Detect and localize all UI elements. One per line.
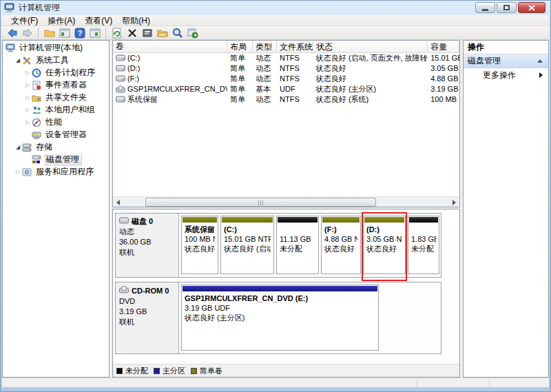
drive-icon: [116, 65, 125, 72]
horizontal-scrollbar[interactable]: [113, 196, 459, 207]
simple-volume-stripe: [364, 217, 404, 223]
tree-item-label: 存储: [35, 141, 54, 154]
disk-size: 3.19 GB: [119, 307, 175, 317]
minimize-button[interactable]: [475, 2, 495, 13]
volume-name: (C:): [127, 53, 140, 63]
toolbar-separator: [105, 28, 106, 38]
performance-icon: [32, 118, 42, 127]
scroll-right-arrow[interactable]: [449, 197, 459, 207]
tree-item-device-manager[interactable]: 设备管理器: [3, 129, 109, 141]
volume-status: 状态良好 (系统): [313, 94, 428, 105]
tree-item-event-viewer[interactable]: 事件查看器: [3, 79, 109, 92]
update-icon[interactable]: [186, 27, 199, 39]
expander-expanded-icon[interactable]: [14, 54, 22, 67]
expander-collapsed-icon[interactable]: [23, 92, 32, 104]
tree-item-storage[interactable]: 存储: [3, 141, 109, 154]
primary-partition-stripe: [183, 286, 377, 291]
tree-item-disk-management[interactable]: 磁盘管理: [3, 154, 109, 166]
column-header-filesystem[interactable]: 文件系统: [277, 41, 313, 52]
cdrom0-row: CD-ROM 0 DVD 3.19 GB 联机 GSP1RMCULXFRER_C…: [115, 282, 441, 354]
disk-size: 36.00 GB: [119, 237, 175, 247]
column-header-status[interactable]: 状态: [313, 41, 428, 52]
partition-c[interactable]: (C:) 15.01 GB NTFS 状态良好 (启动,: [220, 216, 274, 274]
open-folder-icon[interactable]: [156, 27, 169, 39]
volume-capacity: 3.19 GB: [428, 84, 459, 94]
expander-collapsed-icon[interactable]: [23, 79, 32, 92]
disk0-row: 磁盘 0 动态 36.00 GB 联机 系统保留 100 MB NTFS 状态良…: [115, 213, 441, 278]
forward-icon[interactable]: [21, 27, 34, 39]
disk-management-icon: [32, 155, 42, 165]
tree-item-system-tools[interactable]: 系统工具: [3, 54, 109, 67]
partition-name: [411, 225, 436, 234]
column-header-type[interactable]: 类型: [253, 41, 277, 52]
partition-unallocated-2[interactable]: 1.83 GB 未分配: [408, 216, 439, 274]
tree-item-label: 本地用户和组: [45, 104, 97, 116]
partition-status: 未分配: [280, 244, 315, 254]
more-actions-item[interactable]: 更多操作: [464, 68, 548, 82]
partition-unallocated-1[interactable]: 11.13 GB 未分配: [276, 216, 319, 274]
actions-section-disk-management[interactable]: 磁盘管理: [464, 54, 548, 68]
system-tools-icon: [22, 56, 32, 65]
menu-file[interactable]: 文件(F): [6, 15, 43, 26]
search-icon[interactable]: [171, 27, 184, 39]
partition-size: 1.83 GB: [411, 234, 436, 244]
menu-help[interactable]: 帮助(H): [117, 15, 155, 26]
help-icon[interactable]: ?: [73, 27, 86, 39]
disk-status: 联机: [119, 247, 175, 258]
legend-simple-volume: 简单卷: [191, 366, 222, 376]
close-button[interactable]: [518, 2, 545, 13]
scrollbar-thumb[interactable]: [145, 198, 376, 207]
legend-label: 未分配: [125, 366, 148, 376]
volume-row-e-dvd[interactable]: GSP1RMCULXFRER_CN_DVD (E:) 简单 基本 UDF 状态良…: [113, 84, 459, 94]
tree-item-label: 磁盘管理: [45, 154, 82, 166]
tree-item-label: 设备管理器: [45, 129, 89, 141]
menu-view[interactable]: 查看(V): [80, 15, 117, 26]
collapse-arrow-icon[interactable]: [537, 59, 543, 63]
expander-expanded-icon[interactable]: [14, 141, 22, 154]
expander-collapsed-icon[interactable]: [23, 116, 32, 129]
partition-e-dvd[interactable]: GSP1RMCULXFRER_CN_DVD (E:) 3.19 GB UDF 状…: [181, 285, 379, 351]
primary-partition-swatch: [154, 368, 160, 374]
volume-row-c[interactable]: (C:) 简单 动态 NTFS 状态良好 (启动, 页面文件, 故障转储) 15…: [113, 53, 459, 63]
console-window-icon[interactable]: [58, 27, 71, 39]
column-header-volume[interactable]: 卷: [113, 41, 227, 52]
volume-row-d[interactable]: (D:) 简单 动态 NTFS 状态良好 3.05 GB: [113, 63, 459, 74]
properties-icon[interactable]: [141, 27, 154, 39]
column-header-capacity[interactable]: 容量: [428, 41, 459, 52]
submenu-arrow-icon: [539, 72, 543, 78]
volume-name: (D:): [127, 63, 140, 74]
tree-item-services-and-applications[interactable]: 服务和应用程序: [3, 166, 109, 178]
menu-action[interactable]: 操作(A): [43, 15, 80, 26]
expander-collapsed-icon[interactable]: [14, 166, 22, 178]
unallocated-stripe: [409, 217, 438, 223]
delete-icon[interactable]: [125, 27, 138, 39]
volume-type: 基本: [253, 84, 277, 94]
column-header-layout[interactable]: 布局: [227, 41, 253, 52]
partition-system-reserved[interactable]: 系统保留 100 MB NTFS 状态良好 (系统: [181, 216, 218, 274]
back-icon[interactable]: [6, 27, 19, 39]
export-list-icon[interactable]: [43, 27, 56, 39]
maximize-button[interactable]: [497, 2, 517, 13]
expander-collapsed-icon[interactable]: [23, 104, 32, 116]
tree-item-task-scheduler[interactable]: 任务计划程序: [3, 67, 109, 79]
volume-name: (F:): [127, 74, 139, 84]
storage-icon: [22, 143, 32, 152]
partition-size: 11.13 GB: [280, 234, 315, 244]
expander-collapsed-icon[interactable]: [23, 67, 32, 79]
tree-item-local-users-and-groups[interactable]: 本地用户和组: [3, 104, 109, 116]
tree-item-performance[interactable]: 性能: [3, 116, 109, 129]
refresh-icon[interactable]: [110, 27, 123, 39]
volume-row-system-reserved[interactable]: 系统保留 简单 动态 NTFS 状态良好 (系统) 100 MB: [113, 94, 459, 105]
disk0-label[interactable]: 磁盘 0 动态 36.00 GB 联机: [116, 214, 179, 277]
tree-item-computer-management[interactable]: 计算机管理(本地): [3, 42, 109, 54]
legend-label: 简单卷: [200, 366, 222, 376]
partition-d[interactable]: (D:) 3.05 GB NTFS 状态良好: [363, 216, 406, 274]
volume-type: 动态: [253, 53, 277, 63]
scroll-left-arrow[interactable]: [113, 197, 123, 207]
cdrom0-label[interactable]: CD-ROM 0 DVD 3.19 GB 联机: [116, 282, 179, 353]
show-console-tree-icon[interactable]: [88, 27, 101, 39]
partition-name: [280, 225, 315, 234]
tree-item-shared-folders[interactable]: 共享文件夹: [3, 92, 109, 104]
volume-row-f[interactable]: (F:) 简单 动态 NTFS 状态良好 4.88 GB: [113, 74, 459, 84]
partition-f[interactable]: (F:) 4.88 GB NTFS 状态良好: [321, 216, 361, 274]
